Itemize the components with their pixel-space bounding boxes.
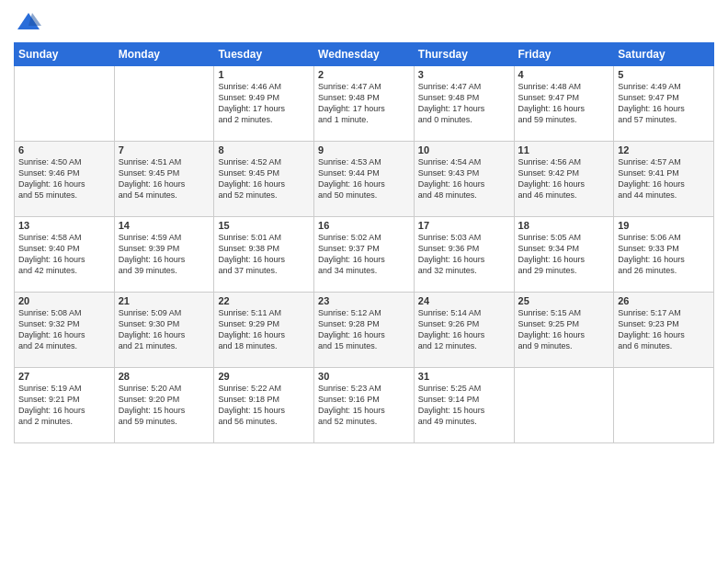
- day-info: Sunrise: 5:03 AM Sunset: 9:36 PM Dayligh…: [418, 232, 510, 277]
- day-info: Sunrise: 4:48 AM Sunset: 9:47 PM Dayligh…: [518, 81, 610, 126]
- day-info: Sunrise: 4:54 AM Sunset: 9:43 PM Dayligh…: [418, 156, 510, 201]
- day-number: 25: [518, 295, 610, 306]
- day-number: 2: [318, 69, 410, 80]
- day-info: Sunrise: 5:01 AM Sunset: 9:38 PM Dayligh…: [218, 232, 310, 277]
- calendar-cell: 6Sunrise: 4:50 AM Sunset: 9:46 PM Daylig…: [15, 142, 115, 217]
- day-info: Sunrise: 4:57 AM Sunset: 9:41 PM Dayligh…: [618, 156, 710, 201]
- logo-icon: [16, 9, 41, 35]
- week-row-3: 13Sunrise: 4:58 AM Sunset: 9:40 PM Dayli…: [15, 217, 714, 293]
- day-number: 15: [218, 220, 310, 231]
- svg-marker-1: [28, 13, 41, 26]
- weekday-header-tuesday: Tuesday: [214, 43, 314, 66]
- day-number: 30: [318, 371, 410, 382]
- day-number: 11: [518, 144, 610, 155]
- day-number: 26: [618, 295, 710, 306]
- weekday-header-sunday: Sunday: [15, 43, 115, 66]
- day-info: Sunrise: 5:11 AM Sunset: 9:29 PM Dayligh…: [218, 307, 310, 352]
- day-number: 29: [218, 371, 310, 382]
- day-number: 19: [618, 220, 710, 231]
- week-row-5: 27Sunrise: 5:19 AM Sunset: 9:21 PM Dayli…: [15, 368, 714, 443]
- day-info: Sunrise: 5:14 AM Sunset: 9:26 PM Dayligh…: [418, 307, 510, 352]
- calendar-cell: 16Sunrise: 5:02 AM Sunset: 9:37 PM Dayli…: [314, 217, 415, 293]
- calendar-cell: 31Sunrise: 5:25 AM Sunset: 9:14 PM Dayli…: [414, 368, 514, 443]
- calendar-cell: 20Sunrise: 5:08 AM Sunset: 9:32 PM Dayli…: [15, 293, 115, 368]
- day-info: Sunrise: 4:47 AM Sunset: 9:48 PM Dayligh…: [318, 81, 410, 126]
- calendar-cell: 30Sunrise: 5:23 AM Sunset: 9:16 PM Dayli…: [314, 368, 415, 443]
- calendar-cell: 23Sunrise: 5:12 AM Sunset: 9:28 PM Dayli…: [314, 293, 415, 368]
- day-info: Sunrise: 5:20 AM Sunset: 9:20 PM Dayligh…: [119, 383, 210, 428]
- calendar-cell: 29Sunrise: 5:22 AM Sunset: 9:18 PM Dayli…: [214, 368, 314, 443]
- day-info: Sunrise: 5:12 AM Sunset: 9:28 PM Dayligh…: [318, 307, 410, 352]
- weekday-header-friday: Friday: [514, 43, 614, 66]
- day-info: Sunrise: 5:05 AM Sunset: 9:34 PM Dayligh…: [518, 232, 610, 277]
- day-info: Sunrise: 5:09 AM Sunset: 9:30 PM Dayligh…: [119, 307, 210, 352]
- day-info: Sunrise: 4:53 AM Sunset: 9:44 PM Dayligh…: [318, 156, 410, 201]
- calendar-cell: 1Sunrise: 4:46 AM Sunset: 9:49 PM Daylig…: [214, 66, 314, 142]
- calendar-cell: 2Sunrise: 4:47 AM Sunset: 9:48 PM Daylig…: [314, 66, 415, 142]
- day-info: Sunrise: 4:58 AM Sunset: 9:40 PM Dayligh…: [18, 232, 110, 277]
- calendar-cell: 3Sunrise: 4:47 AM Sunset: 9:48 PM Daylig…: [414, 66, 514, 142]
- day-info: Sunrise: 5:25 AM Sunset: 9:14 PM Dayligh…: [418, 383, 510, 428]
- day-number: 31: [418, 371, 510, 382]
- day-number: 9: [318, 144, 410, 155]
- day-number: 22: [218, 295, 310, 306]
- calendar-cell: 14Sunrise: 4:59 AM Sunset: 9:39 PM Dayli…: [114, 217, 214, 293]
- calendar-cell: 12Sunrise: 4:57 AM Sunset: 9:41 PM Dayli…: [614, 142, 714, 217]
- day-info: Sunrise: 5:08 AM Sunset: 9:32 PM Dayligh…: [18, 307, 110, 352]
- calendar-cell: 22Sunrise: 5:11 AM Sunset: 9:29 PM Dayli…: [214, 293, 314, 368]
- day-info: Sunrise: 4:59 AM Sunset: 9:39 PM Dayligh…: [119, 232, 210, 277]
- day-info: Sunrise: 5:06 AM Sunset: 9:33 PM Dayligh…: [618, 232, 710, 277]
- calendar-cell: [614, 368, 714, 443]
- day-number: 10: [418, 144, 510, 155]
- day-number: 16: [318, 220, 410, 231]
- week-row-1: 1Sunrise: 4:46 AM Sunset: 9:49 PM Daylig…: [15, 66, 714, 142]
- calendar-cell: 10Sunrise: 4:54 AM Sunset: 9:43 PM Dayli…: [414, 142, 514, 217]
- day-number: 14: [119, 220, 210, 231]
- calendar-cell: 28Sunrise: 5:20 AM Sunset: 9:20 PM Dayli…: [114, 368, 214, 443]
- day-number: 12: [618, 144, 710, 155]
- weekday-header-thursday: Thursday: [414, 43, 514, 66]
- day-number: 13: [18, 220, 110, 231]
- day-info: Sunrise: 4:51 AM Sunset: 9:45 PM Dayligh…: [119, 156, 210, 201]
- calendar-cell: 4Sunrise: 4:48 AM Sunset: 9:47 PM Daylig…: [514, 66, 614, 142]
- day-number: 18: [518, 220, 610, 231]
- calendar-cell: 27Sunrise: 5:19 AM Sunset: 9:21 PM Dayli…: [15, 368, 115, 443]
- calendar-cell: 7Sunrise: 4:51 AM Sunset: 9:45 PM Daylig…: [114, 142, 214, 217]
- weekday-header-saturday: Saturday: [614, 43, 714, 66]
- page: SundayMondayTuesdayWednesdayThursdayFrid…: [0, 0, 728, 563]
- day-number: 23: [318, 295, 410, 306]
- day-info: Sunrise: 4:49 AM Sunset: 9:47 PM Dayligh…: [618, 81, 710, 126]
- day-number: 5: [618, 69, 710, 80]
- day-number: 1: [218, 69, 310, 80]
- weekday-header-wednesday: Wednesday: [314, 43, 415, 66]
- day-number: 27: [18, 371, 110, 382]
- day-info: Sunrise: 5:02 AM Sunset: 9:37 PM Dayligh…: [318, 232, 410, 277]
- day-info: Sunrise: 4:47 AM Sunset: 9:48 PM Dayligh…: [418, 81, 510, 126]
- day-info: Sunrise: 4:46 AM Sunset: 9:49 PM Dayligh…: [218, 81, 310, 126]
- calendar-table: SundayMondayTuesdayWednesdayThursdayFrid…: [14, 42, 714, 443]
- day-number: 8: [218, 144, 310, 155]
- calendar-cell: 19Sunrise: 5:06 AM Sunset: 9:33 PM Dayli…: [614, 217, 714, 293]
- calendar-cell: [514, 368, 614, 443]
- weekday-header-row: SundayMondayTuesdayWednesdayThursdayFrid…: [15, 43, 714, 66]
- day-number: 7: [119, 144, 210, 155]
- calendar-cell: 18Sunrise: 5:05 AM Sunset: 9:34 PM Dayli…: [514, 217, 614, 293]
- weekday-header-monday: Monday: [114, 43, 214, 66]
- header: [14, 9, 714, 35]
- calendar-cell: 8Sunrise: 4:52 AM Sunset: 9:45 PM Daylig…: [214, 142, 314, 217]
- calendar-cell: 11Sunrise: 4:56 AM Sunset: 9:42 PM Dayli…: [514, 142, 614, 217]
- week-row-2: 6Sunrise: 4:50 AM Sunset: 9:46 PM Daylig…: [15, 142, 714, 217]
- calendar-cell: [114, 66, 214, 142]
- calendar-cell: 17Sunrise: 5:03 AM Sunset: 9:36 PM Dayli…: [414, 217, 514, 293]
- calendar-cell: 21Sunrise: 5:09 AM Sunset: 9:30 PM Dayli…: [114, 293, 214, 368]
- calendar-cell: 26Sunrise: 5:17 AM Sunset: 9:23 PM Dayli…: [614, 293, 714, 368]
- day-info: Sunrise: 5:15 AM Sunset: 9:25 PM Dayligh…: [518, 307, 610, 352]
- day-number: 17: [418, 220, 510, 231]
- day-info: Sunrise: 4:52 AM Sunset: 9:45 PM Dayligh…: [218, 156, 310, 201]
- day-number: 28: [119, 371, 210, 382]
- day-number: 20: [18, 295, 110, 306]
- calendar-cell: 5Sunrise: 4:49 AM Sunset: 9:47 PM Daylig…: [614, 66, 714, 142]
- week-row-4: 20Sunrise: 5:08 AM Sunset: 9:32 PM Dayli…: [15, 293, 714, 368]
- day-number: 4: [518, 69, 610, 80]
- calendar-cell: 25Sunrise: 5:15 AM Sunset: 9:25 PM Dayli…: [514, 293, 614, 368]
